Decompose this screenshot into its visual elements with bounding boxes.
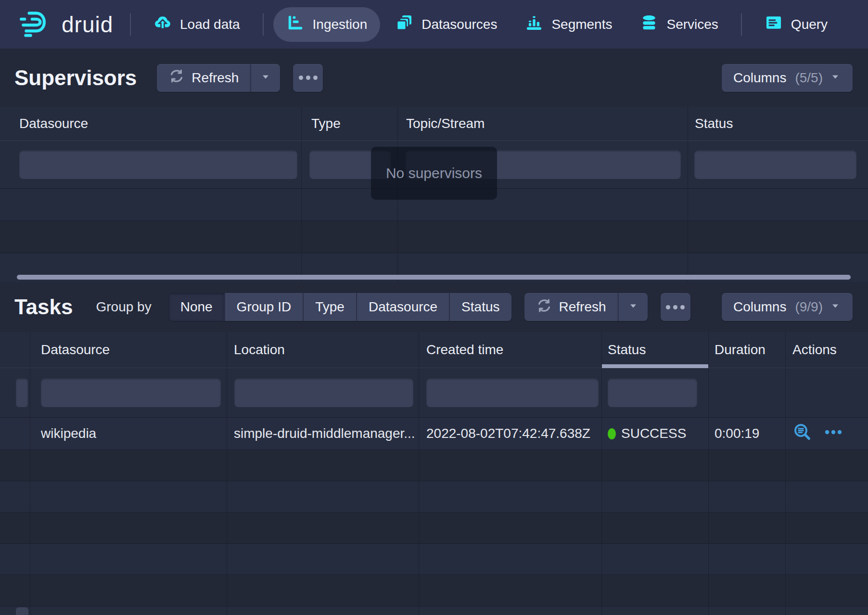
column-header-datasource[interactable]: Datasource bbox=[30, 332, 227, 368]
supervisors-title: Supervisors bbox=[14, 66, 137, 90]
tasks-more-button[interactable] bbox=[661, 293, 690, 321]
supervisors-header: Supervisors Refresh bbox=[0, 49, 868, 107]
druid-console: druid Load data Ingestio bbox=[0, 0, 868, 615]
console-icon bbox=[765, 13, 783, 35]
nav-item-query[interactable]: Query bbox=[752, 7, 841, 42]
nav-divider bbox=[263, 13, 264, 36]
column-header-status[interactable]: Status bbox=[688, 107, 868, 141]
chevron-down-icon bbox=[260, 70, 271, 86]
refresh-icon bbox=[168, 68, 185, 88]
empty-row bbox=[0, 544, 868, 575]
column-header-location[interactable]: Location bbox=[227, 332, 419, 368]
empty-row bbox=[0, 512, 868, 544]
stacked-panels-icon bbox=[395, 13, 413, 35]
created-time-filter-input[interactable] bbox=[426, 378, 599, 407]
empty-row bbox=[0, 481, 868, 512]
refresh-label: Refresh bbox=[559, 299, 606, 315]
group-by-button-group: None Group ID Type Datasource Status bbox=[169, 293, 511, 321]
supervisors-table-header-row: Datasource Type Topic/Stream Status bbox=[0, 107, 868, 141]
datasource-filter-input[interactable] bbox=[41, 378, 221, 407]
columns-count: (5/5) bbox=[795, 70, 823, 86]
status-filter-input[interactable] bbox=[608, 378, 697, 407]
datasource-filter-input[interactable] bbox=[19, 150, 297, 179]
supervisors-columns-button[interactable]: Columns (5/5) bbox=[722, 64, 853, 92]
task-actions bbox=[792, 422, 843, 446]
group-by-datasource-button[interactable]: Datasource bbox=[356, 293, 449, 321]
tasks-table-header-row: Datasource Location Created time Status … bbox=[0, 332, 868, 368]
nav-item-datasources[interactable]: Datasources bbox=[382, 7, 510, 42]
task-location: simple-druid-middlemanager... bbox=[234, 426, 415, 441]
columns-label: Columns bbox=[733, 70, 786, 86]
tasks-header: Tasks Group by None Group ID Type Dataso… bbox=[0, 282, 868, 332]
chevron-down-icon bbox=[830, 299, 841, 315]
status-header-label: Status bbox=[608, 342, 646, 358]
column-header-collapsed[interactable] bbox=[0, 332, 30, 368]
task-status: SUCCESS bbox=[621, 426, 686, 441]
column-header-actions[interactable]: Actions bbox=[786, 332, 868, 368]
nav-item-load-data[interactable]: Load data bbox=[140, 7, 253, 42]
nav-item-services[interactable]: Services bbox=[627, 7, 731, 42]
bar-chart-icon bbox=[525, 13, 543, 35]
column-header-status-sorted[interactable]: Status bbox=[602, 332, 709, 368]
tasks-refresh-dropdown[interactable] bbox=[618, 293, 648, 321]
nav-item-label: Load data bbox=[180, 17, 240, 32]
refresh-icon bbox=[536, 297, 552, 317]
tasks-columns-button[interactable]: Columns (9/9) bbox=[722, 293, 853, 321]
chevron-down-icon bbox=[830, 70, 841, 86]
nav-item-label: Segments bbox=[551, 17, 612, 32]
tasks-filter-row bbox=[0, 368, 868, 418]
top-navbar: druid Load data Ingestio bbox=[0, 0, 868, 49]
group-by-none-button[interactable]: None bbox=[169, 293, 224, 321]
status-badge: SUCCESS bbox=[608, 426, 686, 441]
logo-wordmark: druid bbox=[62, 12, 113, 38]
druid-logo[interactable]: druid bbox=[19, 8, 121, 41]
chevron-down-icon bbox=[627, 299, 639, 315]
supervisors-more-button[interactable] bbox=[293, 64, 323, 92]
column-header-created-time[interactable]: Created time bbox=[419, 332, 602, 368]
column-header-topic-stream[interactable]: Topic/Stream bbox=[398, 107, 688, 141]
supervisors-refresh-button[interactable]: Refresh bbox=[157, 64, 250, 92]
location-filter-input[interactable] bbox=[234, 378, 413, 407]
collapsed-filter-input[interactable] bbox=[16, 378, 28, 407]
group-by-label: Group by bbox=[96, 299, 152, 315]
task-datasource: wikipedia bbox=[30, 418, 227, 449]
bottom-scrollbar-fragment[interactable] bbox=[16, 607, 28, 615]
task-row-wikipedia[interactable]: wikipedia simple-druid-middlemanager... … bbox=[0, 418, 868, 450]
column-header-duration[interactable]: Duration bbox=[709, 332, 786, 368]
cloud-upload-icon bbox=[153, 13, 172, 35]
supervisors-refresh-split-button: Refresh bbox=[157, 64, 280, 92]
status-filter-input[interactable] bbox=[694, 150, 856, 179]
supervisors-table: Datasource Type Topic/Stream Status No s… bbox=[0, 107, 868, 282]
row-more-actions-icon[interactable] bbox=[823, 422, 843, 446]
nav-item-label: Ingestion bbox=[313, 17, 368, 32]
group-by-type-button[interactable]: Type bbox=[303, 293, 356, 321]
tasks-refresh-split-button: Refresh bbox=[524, 293, 648, 321]
nav-item-ingestion[interactable]: Ingestion bbox=[273, 7, 381, 42]
columns-label: Columns bbox=[733, 299, 786, 315]
group-by-status-button[interactable]: Status bbox=[449, 293, 511, 321]
no-supervisors-message: No supervisors bbox=[371, 147, 497, 200]
druid-logo-icon bbox=[19, 8, 54, 41]
more-icon bbox=[666, 305, 685, 309]
refresh-label: Refresh bbox=[191, 70, 239, 86]
database-icon bbox=[640, 13, 658, 35]
supervisors-refresh-dropdown[interactable] bbox=[250, 64, 280, 92]
nav-item-label: Services bbox=[666, 17, 718, 32]
horizontal-scrollbar[interactable] bbox=[17, 275, 851, 280]
tasks-refresh-button[interactable]: Refresh bbox=[524, 293, 618, 321]
group-by-group-id-button[interactable]: Group ID bbox=[224, 293, 303, 321]
task-duration: 0:00:19 bbox=[709, 418, 786, 449]
sort-indicator bbox=[602, 364, 708, 368]
nav-item-label: Query bbox=[791, 17, 828, 32]
columns-count: (9/9) bbox=[795, 299, 823, 315]
empty-row bbox=[0, 450, 868, 481]
gantt-chart-icon bbox=[286, 13, 305, 35]
column-header-datasource[interactable]: Datasource bbox=[0, 107, 302, 141]
column-header-type[interactable]: Type bbox=[302, 107, 398, 141]
success-dot-icon bbox=[608, 428, 616, 439]
more-icon bbox=[299, 76, 318, 80]
view-logs-icon[interactable] bbox=[792, 422, 813, 446]
nav-divider bbox=[741, 13, 742, 36]
nav-divider bbox=[130, 13, 131, 36]
nav-item-segments[interactable]: Segments bbox=[512, 7, 625, 42]
